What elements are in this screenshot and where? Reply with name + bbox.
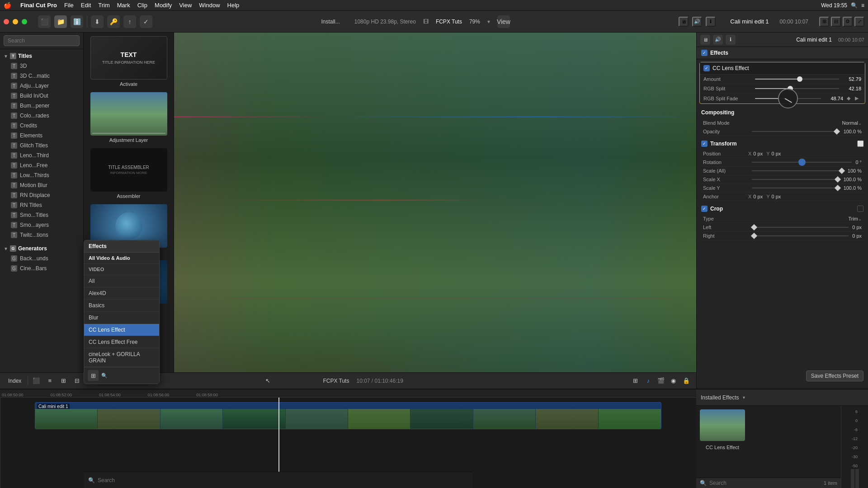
selection-tool[interactable]: ↖ <box>262 375 273 386</box>
scale-y-handle[interactable] <box>835 185 841 191</box>
libraries-panel-btn[interactable]: ⬛ <box>38 15 51 28</box>
menu-modify[interactable]: Modify <box>155 2 172 9</box>
search-icon[interactable]: 🔍 <box>851 2 858 9</box>
menu-trim[interactable]: Trim <box>98 2 110 9</box>
transform-header[interactable]: ✓ Transform ⬜ <box>699 138 865 150</box>
maximize-button[interactable] <box>22 19 27 24</box>
video-btn[interactable]: 🎬 <box>656 375 666 386</box>
thumb-activate[interactable]: TEXT TITLE INFORMATION HERE Activate <box>85 34 172 89</box>
menu-edit[interactable]: Edit <box>81 2 91 9</box>
menu-clip[interactable]: Clip <box>137 2 147 9</box>
view-button[interactable]: View <box>497 15 510 28</box>
info-panel-icon[interactable]: ℹ <box>726 35 736 45</box>
titles-section-header[interactable]: ▼ T Titles <box>0 51 83 61</box>
menu-fcpro[interactable]: Final Cut Pro <box>20 2 57 9</box>
rgb-fade-dial[interactable] <box>778 89 798 108</box>
opacity-slider[interactable] <box>752 131 840 132</box>
effects-list-btn[interactable]: ⊞ <box>88 370 99 381</box>
effects-cat-allvideo[interactable]: All Video & Audio <box>84 253 159 264</box>
transform-checkbox[interactable]: ✓ <box>701 141 708 147</box>
close-button[interactable] <box>4 19 9 24</box>
audio-panel-icon[interactable]: 🔊 <box>713 35 723 45</box>
effects-cat-alex4d[interactable]: Alex4D <box>84 287 159 300</box>
key-btn[interactable]: 🔑 <box>107 15 120 28</box>
lock-btn[interactable]: 🔒 <box>681 375 692 386</box>
crop-header[interactable]: ✓ Crop <box>699 203 865 215</box>
fullscreen-icon[interactable]: ⤢ <box>854 17 864 27</box>
crop-type-arrow[interactable]: ⌄ <box>858 216 862 221</box>
scale-y-slider[interactable] <box>752 188 840 188</box>
import-btn[interactable]: ⬇ <box>91 15 104 28</box>
speaker-icon[interactable]: 🔊 <box>692 17 702 27</box>
sidebar-search-input[interactable] <box>4 35 80 46</box>
installed-search-input[interactable] <box>709 480 821 486</box>
inspector-panel-btn[interactable]: ℹ️ <box>71 15 83 28</box>
sidebar-item-3d[interactable]: T 3D <box>0 61 83 71</box>
solo-btn[interactable]: ◉ <box>668 375 679 386</box>
sidebar-item-bumpener[interactable]: T Bum...pener <box>0 101 83 111</box>
install-label[interactable]: Install... <box>321 19 340 25</box>
rotation-handle[interactable] <box>798 159 806 166</box>
minimize-button[interactable] <box>13 19 18 24</box>
sidebar-item-lenothird[interactable]: T Leno...Third <box>0 150 83 160</box>
scale-x-handle[interactable] <box>835 176 841 183</box>
opacity-handle[interactable] <box>834 128 840 135</box>
control-strip-icon[interactable]: ≡ <box>861 2 864 9</box>
effects-cat-all[interactable]: All <box>84 275 159 287</box>
effects-cat-cinelook[interactable]: cineLook + GORILLA GRAIN <box>84 348 159 367</box>
zoom-down-icon[interactable]: ▾ <box>487 19 490 25</box>
scale-all-slider[interactable] <box>752 170 844 171</box>
effects-cat-cclensfree[interactable]: CC Lens Effect Free <box>84 336 159 348</box>
monitor-panel-icon[interactable]: 🖥 <box>700 35 710 45</box>
sidebar-item-twitch[interactable]: T Twitc...tions <box>0 230 83 240</box>
bottom-search-input[interactable] <box>98 477 468 483</box>
transform-expand-icon[interactable]: ⬜ <box>857 141 863 147</box>
expand-icon[interactable]: ▶ <box>855 95 861 102</box>
menu-file[interactable]: File <box>64 2 74 9</box>
timeline-view-btn[interactable]: ⊞ <box>58 375 69 386</box>
crop-left-slider[interactable] <box>752 227 849 228</box>
sidebar-item-rntitles[interactable]: T RN Titles <box>0 200 83 210</box>
installed-thumb-item[interactable]: CC Lens Effect <box>700 409 745 450</box>
effects-cat-video[interactable]: VIDEO <box>84 264 159 275</box>
sidebar-item-lowthirds[interactable]: T Low...Thirds <box>0 170 83 180</box>
effects-cat-cclens[interactable]: CC Lens Effect <box>84 324 159 336</box>
effects-checkbox[interactable]: ✓ <box>701 50 708 56</box>
crop-checkbox[interactable]: ✓ <box>701 206 708 212</box>
sidebar-item-smoayers[interactable]: T Smo...ayers <box>0 220 83 230</box>
scale-all-handle[interactable] <box>839 168 845 174</box>
rgb-split-fade-slider[interactable] <box>755 98 821 99</box>
index-tab[interactable]: Index <box>5 375 25 386</box>
crop-left-handle[interactable] <box>751 224 757 230</box>
sidebar-item-rndisplace[interactable]: T RN Displace <box>0 190 83 200</box>
save-preset-button[interactable]: Save Effects Preset <box>806 371 863 381</box>
settings-icon[interactable]: ⚙ <box>843 17 853 27</box>
menu-mark[interactable]: Mark <box>117 2 130 9</box>
timeline-clip-main[interactable]: Cali mini edit 1 <box>35 402 661 429</box>
crop-expand-icon[interactable] <box>857 206 863 212</box>
sidebar-item-adjlayer[interactable]: T Adju...Layer <box>0 81 83 91</box>
grid-view-btn[interactable]: ⊟ <box>71 375 82 386</box>
share-btn[interactable]: ↑ <box>123 15 136 28</box>
crop-right-handle[interactable] <box>751 233 757 239</box>
menu-window[interactable]: Window <box>199 2 220 9</box>
sidebar-item-credits[interactable]: T Credits <box>0 121 83 131</box>
sidebar-item-colorades[interactable]: T Colo...rades <box>0 111 83 121</box>
grid-icon-2[interactable]: ⊟ <box>831 17 841 27</box>
menu-view[interactable]: View <box>179 2 192 9</box>
amount-thumb[interactable] <box>797 76 802 82</box>
clip-view-btn[interactable]: ⬛ <box>31 375 42 386</box>
sidebar-item-buildinout[interactable]: T Build In/Out <box>0 91 83 101</box>
effects-cat-basics[interactable]: Basics <box>84 300 159 312</box>
sidebar-item-lenofree[interactable]: T Leno...Free <box>0 160 83 170</box>
sidebar-item-backunds[interactable]: G Back...unds <box>0 253 83 263</box>
blend-mode-arrow[interactable]: ⌄ <box>858 121 862 126</box>
rgb-split-slider[interactable] <box>755 88 839 89</box>
thumb-assembler[interactable]: TITLE ASSEMBLER INFORMATION MORE Assembl… <box>85 146 172 201</box>
compositing-header[interactable]: Compositing <box>699 107 865 118</box>
blend-mode-value[interactable]: Normal <box>842 120 858 126</box>
apple-menu[interactable]: 🍎 <box>4 2 11 9</box>
info-icon[interactable]: ℹ <box>706 17 716 27</box>
zoom-fit-btn[interactable]: ⊞ <box>630 375 641 386</box>
grid-icon-1[interactable]: ⊞ <box>819 17 829 27</box>
